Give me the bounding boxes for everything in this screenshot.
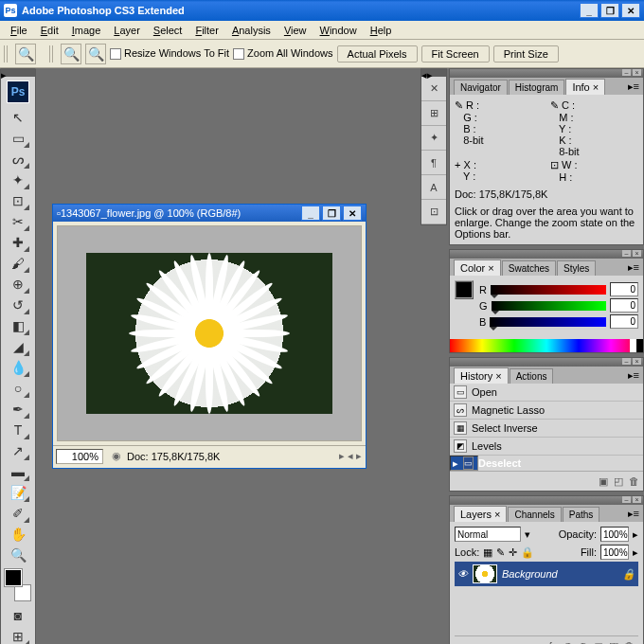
eyedropper-tool[interactable]: ✐ xyxy=(6,503,30,524)
tab-info[interactable]: Info× xyxy=(565,79,605,95)
palette-min-icon[interactable]: – xyxy=(622,69,631,76)
tab-layers[interactable]: Layers× xyxy=(454,506,507,522)
r-input[interactable] xyxy=(610,282,638,296)
zoom-in-button[interactable]: 🔍 xyxy=(61,44,81,64)
group-icon[interactable]: ▢ xyxy=(592,639,605,644)
history-item-selected[interactable]: ▸▭Deselect xyxy=(450,456,478,471)
history-brush-tool[interactable]: ↺ xyxy=(6,295,30,315)
adjust-icon[interactable]: ◐ xyxy=(577,639,590,644)
menu-filter[interactable]: Filter xyxy=(188,23,224,38)
quick-select-tool[interactable]: ✦ xyxy=(6,170,30,190)
zoomall-checkbox[interactable]: Zoom All Windows xyxy=(233,47,332,60)
palette-menu-icon[interactable]: ▸≡ xyxy=(624,506,643,522)
mask-icon[interactable]: ◑ xyxy=(562,639,575,644)
palette-min-icon[interactable]: – xyxy=(622,358,631,365)
history-brush-icon[interactable]: ▸ xyxy=(453,457,458,470)
new-snapshot-icon[interactable]: ▣ xyxy=(597,474,610,488)
fg-color-swatch[interactable] xyxy=(5,569,22,586)
palette-menu-icon[interactable]: ▸≡ xyxy=(624,367,643,384)
history-item[interactable]: ◩Levels xyxy=(450,438,643,456)
b-input[interactable] xyxy=(610,314,638,329)
menu-layer[interactable]: Layer xyxy=(107,23,147,38)
palette-close-icon[interactable]: × xyxy=(633,69,641,76)
spectrum-bar[interactable] xyxy=(450,339,643,352)
brush-tool[interactable]: 🖌 xyxy=(6,253,30,274)
gradient-tool[interactable]: ◢ xyxy=(6,336,30,357)
new-layer-icon[interactable]: ◰ xyxy=(607,639,620,644)
dock-icon-6[interactable]: ⊡ xyxy=(421,200,446,224)
history-item[interactable]: ▭Open xyxy=(450,384,643,402)
menu-analysis[interactable]: Analysis xyxy=(225,23,277,38)
dock-header[interactable]: ◂▸ xyxy=(421,69,446,77)
tab-histogram[interactable]: Histogram xyxy=(509,80,565,95)
palette-menu-icon[interactable]: ▸≡ xyxy=(624,79,643,95)
doc-close[interactable]: ✕ xyxy=(343,206,362,221)
blend-mode-select[interactable]: Normal xyxy=(455,527,521,542)
b-slider[interactable] xyxy=(490,317,606,327)
menu-file[interactable]: File xyxy=(4,23,34,38)
lock-trans-icon[interactable]: ▦ xyxy=(483,546,492,559)
maximize-button[interactable]: ❐ xyxy=(600,3,619,18)
eraser-tool[interactable]: ◧ xyxy=(6,315,30,336)
healing-tool[interactable]: ✚ xyxy=(6,232,30,253)
slice-tool[interactable]: ✂ xyxy=(6,211,30,232)
tab-channels[interactable]: Channels xyxy=(508,507,561,522)
hand-tool[interactable]: ✋ xyxy=(6,524,30,545)
notes-tool[interactable]: 📝 xyxy=(6,482,30,503)
zoom-out-button[interactable]: 🔍 xyxy=(85,44,106,64)
tab-paths[interactable]: Paths xyxy=(563,507,600,522)
lock-all-icon[interactable]: 🔒 xyxy=(521,546,534,559)
menu-select[interactable]: Select xyxy=(147,23,189,38)
bg-color-swatch[interactable] xyxy=(14,584,31,601)
palette-close-icon[interactable]: × xyxy=(633,496,641,503)
lock-pixels-icon[interactable]: ✎ xyxy=(496,546,505,559)
menu-view[interactable]: View xyxy=(277,23,313,38)
color-swatch[interactable] xyxy=(455,280,474,299)
canvas[interactable] xyxy=(57,225,362,441)
link-icon[interactable]: ⬭ xyxy=(531,639,545,644)
type-tool[interactable]: T xyxy=(6,420,30,440)
zoom-input[interactable]: 100% xyxy=(56,449,103,464)
doc-max[interactable]: ❐ xyxy=(322,206,341,221)
dodge-tool[interactable]: ○ xyxy=(6,378,30,399)
trash-icon[interactable]: 🗑 xyxy=(627,474,640,488)
grip-icon[interactable] xyxy=(4,45,9,63)
fill-input[interactable]: 100% xyxy=(600,545,629,560)
tab-actions[interactable]: Actions xyxy=(510,368,554,384)
layer-row[interactable]: 👁 Background 🔒 xyxy=(455,562,638,586)
path-select-tool[interactable]: ↗ xyxy=(6,440,30,461)
screenmode-button[interactable]: ⊞ xyxy=(6,626,30,644)
trash-icon[interactable]: 🗑 xyxy=(622,639,635,644)
tab-navigator[interactable]: Navigator xyxy=(454,80,508,95)
doc-min[interactable]: _ xyxy=(301,206,320,221)
close-button[interactable]: ✕ xyxy=(621,3,640,18)
opacity-input[interactable]: 100% xyxy=(600,527,629,542)
new-doc-icon[interactable]: ◰ xyxy=(612,474,625,488)
lock-pos-icon[interactable]: ✛ xyxy=(509,546,517,559)
dock-icon-3[interactable]: ✦ xyxy=(421,126,446,151)
tab-history[interactable]: History× xyxy=(454,367,509,384)
dock-icon-5[interactable]: A xyxy=(421,175,446,200)
menu-edit[interactable]: Edit xyxy=(34,23,65,38)
move-tool[interactable]: ↖ xyxy=(6,107,30,128)
fit-screen-button[interactable]: Fit Screen xyxy=(421,45,490,63)
history-item[interactable]: ᔕMagnetic Lasso xyxy=(450,402,643,420)
doc-titlebar[interactable]: ▫ 1343067_flower.jpg @ 100% (RGB/8#) _❐✕ xyxy=(53,205,366,222)
tab-styles[interactable]: Styles xyxy=(557,260,596,276)
palette-min-icon[interactable]: – xyxy=(622,250,631,257)
resize-checkbox[interactable]: Resize Windows To Fit xyxy=(110,47,229,60)
palette-close-icon[interactable]: × xyxy=(633,358,641,365)
lasso-tool[interactable]: ᔕ xyxy=(6,149,30,170)
blur-tool[interactable]: 💧 xyxy=(6,357,30,378)
grip-icon[interactable] xyxy=(49,45,55,63)
fx-icon[interactable]: fx xyxy=(546,639,560,644)
marquee-tool[interactable]: ▭ xyxy=(6,128,30,149)
palette-min-icon[interactable]: – xyxy=(622,496,631,503)
layer-thumb[interactable] xyxy=(473,564,497,583)
dock-icon-4[interactable]: ¶ xyxy=(421,151,446,175)
zoom-tool[interactable]: 🔍 xyxy=(6,545,30,565)
toolbox-header[interactable]: ▸ xyxy=(1,69,35,77)
menu-image[interactable]: Image xyxy=(65,23,108,38)
actual-pixels-button[interactable]: Actual Pixels xyxy=(337,45,418,63)
crop-tool[interactable]: ⊡ xyxy=(6,190,30,211)
